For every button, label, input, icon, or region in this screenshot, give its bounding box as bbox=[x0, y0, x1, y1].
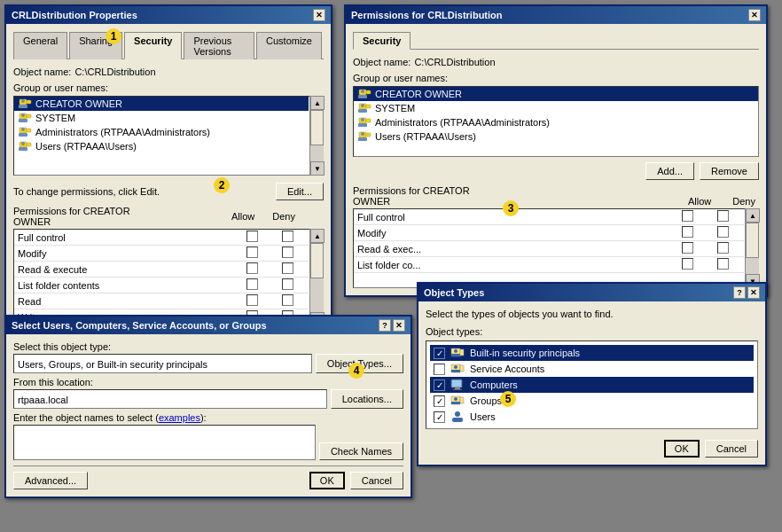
tab-customize[interactable]: Customize bbox=[256, 32, 322, 59]
svg-rect-19 bbox=[366, 90, 371, 94]
perms-scroll-up[interactable]: ▲ bbox=[310, 229, 325, 243]
perm2-header-row: Permissions for CREATOR OWNER Allow Deny bbox=[353, 185, 759, 207]
perm2-scroll-up[interactable]: ▲ bbox=[746, 208, 760, 223]
perm-close-button[interactable]: ✕ bbox=[748, 9, 761, 21]
obj-types-cancel-button[interactable]: Cancel bbox=[705, 440, 758, 458]
perm-tab-security[interactable]: Security bbox=[353, 32, 411, 50]
add-button[interactable]: Add... bbox=[645, 162, 694, 180]
perm-list-admins[interactable]: Administrators (RTPAAA\Administrators) bbox=[354, 115, 758, 129]
checkbox-allow[interactable] bbox=[682, 258, 693, 270]
perms-listbox[interactable]: Full control Modify Read & execute List … bbox=[13, 229, 324, 326]
perm-item-creator-owner: CREATOR OWNER bbox=[375, 89, 462, 99]
obj-type-users[interactable]: Users bbox=[430, 409, 754, 425]
obj-types-ok-button[interactable]: OK bbox=[664, 440, 700, 458]
obj-type-service-accounts[interactable]: Service Accounts bbox=[430, 361, 754, 377]
perm-list-creator-owner[interactable]: CREATOR OWNER bbox=[354, 87, 758, 101]
checkbox-deny[interactable] bbox=[282, 246, 293, 258]
svg-rect-18 bbox=[358, 95, 367, 98]
svg-point-5 bbox=[21, 113, 25, 117]
tab-general[interactable]: General bbox=[13, 32, 67, 59]
perm-row-read: Read bbox=[14, 293, 309, 309]
checkbox-deny[interactable] bbox=[717, 210, 729, 222]
checkbox-allow[interactable] bbox=[246, 231, 258, 242]
tab-previous-versions[interactable]: Previous Versions bbox=[184, 32, 254, 59]
perm-users-listbox[interactable]: CREATOR OWNER SYSTEM bbox=[353, 86, 759, 157]
perm2-listbox[interactable]: Full control Modify Read & exec... List … bbox=[353, 208, 759, 288]
perm2-deny-lf bbox=[705, 258, 740, 271]
perm2-scrollbar[interactable]: ▲ ▼ bbox=[745, 208, 759, 288]
builtin-icon bbox=[450, 347, 465, 359]
obj-type-computers[interactable]: Computers bbox=[430, 377, 754, 393]
crl-properties-titlebar: CRLDistribution Properties ✕ bbox=[6, 6, 331, 24]
checkbox-allow[interactable] bbox=[246, 246, 258, 258]
advanced-button[interactable]: Advanced... bbox=[13, 472, 88, 489]
svg-point-9 bbox=[21, 128, 25, 131]
perm2-scroll-thumb[interactable] bbox=[746, 223, 759, 258]
perms-scrollbar[interactable]: ▲ ▼ bbox=[309, 229, 324, 326]
svg-point-48 bbox=[455, 411, 460, 417]
obj-type-groups[interactable]: Groups bbox=[430, 393, 754, 409]
obj-type-service-label: Service Accounts bbox=[470, 364, 544, 374]
svg-point-13 bbox=[21, 142, 25, 145]
select-help-btn[interactable]: ? bbox=[379, 319, 391, 332]
obj-types-description: Select the types of objects you want to … bbox=[426, 309, 758, 319]
close-button[interactable]: ✕ bbox=[313, 9, 325, 21]
select-cancel-button[interactable]: Cancel bbox=[350, 472, 403, 489]
list-item-administrators[interactable]: Administrators (RTPAAA\Administrators) bbox=[14, 125, 309, 139]
list-item-creator-owner[interactable]: CREATOR OWNER bbox=[14, 97, 309, 111]
checkbox-allow[interactable] bbox=[246, 278, 258, 290]
checkbox-computers[interactable] bbox=[434, 379, 445, 391]
object-names-input[interactable] bbox=[13, 425, 316, 460]
checkbox-deny[interactable] bbox=[282, 262, 293, 274]
checkbox-deny[interactable] bbox=[717, 242, 729, 254]
deny-col-header: Deny bbox=[272, 211, 295, 222]
select-ok-button[interactable]: OK bbox=[309, 472, 345, 489]
checkbox-deny[interactable] bbox=[282, 294, 293, 306]
list-item-users[interactable]: Users (RTPAAA\Users) bbox=[14, 139, 309, 153]
svg-rect-14 bbox=[19, 147, 27, 151]
obj-types-help-btn[interactable]: ? bbox=[733, 286, 746, 299]
scroll-up[interactable]: ▲ bbox=[310, 96, 325, 110]
user-icon bbox=[18, 112, 32, 124]
scrollbar[interactable]: ▲ ▼ bbox=[309, 96, 324, 176]
remove-button[interactable]: Remove bbox=[700, 162, 759, 180]
perms-scroll-thumb[interactable] bbox=[310, 243, 324, 278]
obj-type-builtin[interactable]: Built-in security principals bbox=[430, 345, 754, 361]
obj-types-close-btn[interactable]: ✕ bbox=[747, 286, 760, 299]
perm-user-icon bbox=[357, 130, 371, 143]
checkbox-deny[interactable] bbox=[717, 258, 729, 270]
list-item-system[interactable]: SYSTEM bbox=[14, 111, 309, 125]
scroll-thumb[interactable] bbox=[310, 110, 324, 145]
svg-rect-6 bbox=[19, 119, 27, 122]
location-section: From this location: rtpaaa.local Locatio… bbox=[13, 377, 403, 409]
edit-button[interactable]: Edit... bbox=[276, 183, 324, 200]
obj-types-listbox[interactable]: Built-in security principals Service Acc… bbox=[426, 340, 758, 429]
ok-cancel-row: OK Cancel bbox=[309, 472, 403, 489]
tab-security[interactable]: Security bbox=[124, 32, 182, 59]
location-label: From this location: bbox=[13, 377, 400, 387]
users-listbox[interactable]: CREATOR OWNER SYSTEM bbox=[13, 96, 324, 176]
select-close-btn[interactable]: ✕ bbox=[393, 319, 405, 332]
checkbox-builtin[interactable] bbox=[434, 348, 445, 359]
checkbox-service[interactable] bbox=[434, 364, 445, 375]
checkbox-allow[interactable] bbox=[682, 226, 693, 238]
perm-list-users[interactable]: Users (RTPAAA\Users) bbox=[354, 129, 758, 144]
locations-button[interactable]: Locations... bbox=[331, 389, 403, 409]
checkbox-groups[interactable] bbox=[434, 395, 445, 407]
examples-link[interactable]: examples bbox=[159, 412, 200, 423]
step-badge-2: 2 bbox=[214, 177, 230, 193]
checkbox-allow[interactable] bbox=[246, 262, 258, 274]
checkbox-users[interactable] bbox=[434, 411, 445, 423]
checkbox-allow[interactable] bbox=[682, 242, 693, 254]
select-users-dialog: Select Users, Computers, Service Account… bbox=[4, 315, 412, 498]
checkbox-deny[interactable] bbox=[717, 226, 729, 238]
checkbox-deny[interactable] bbox=[282, 231, 293, 242]
checkbox-allow[interactable] bbox=[246, 294, 258, 306]
perms-for-label: Permissions for CREATOR OWNER bbox=[13, 206, 130, 227]
checkbox-deny[interactable] bbox=[282, 278, 293, 290]
perm2-deny-fc bbox=[705, 210, 740, 223]
check-names-button[interactable]: Check Names bbox=[319, 442, 403, 460]
scroll-down[interactable]: ▼ bbox=[310, 161, 325, 176]
perm-list-system[interactable]: SYSTEM bbox=[354, 101, 758, 115]
checkbox-allow[interactable] bbox=[682, 210, 693, 222]
